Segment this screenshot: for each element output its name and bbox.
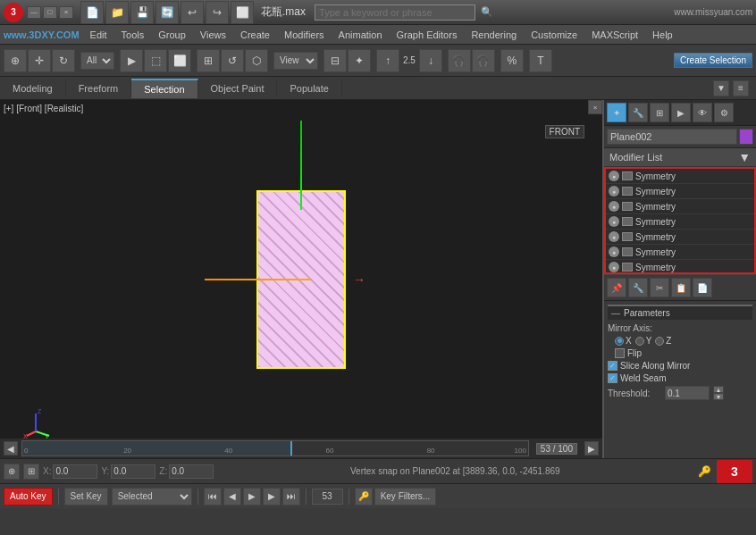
menu-help[interactable]: Help [645,28,680,42]
threshold-input[interactable] [665,386,710,400]
lasso-select[interactable]: ⬜ [168,49,191,72]
undo-btn[interactable]: ↩ [181,1,204,24]
tab-object-paint[interactable]: Object Paint [198,79,278,97]
copy-mod-btn[interactable]: 📋 [671,278,691,297]
menu-maxscript[interactable]: MAXScript [584,28,645,42]
object-color-swatch[interactable] [739,129,753,145]
prev-frame-btn[interactable]: ◀ [223,488,241,506]
mod-item-0[interactable]: ● Symmetry [606,169,754,184]
tab-modeling[interactable]: Modeling [0,79,66,97]
menu-create[interactable]: Create [233,28,277,42]
zoom-out[interactable]: ↓ [419,49,442,72]
menu-customize[interactable]: Customize [524,28,584,42]
mod-eye-0[interactable]: ● [609,171,619,181]
view-select[interactable]: View [273,52,318,70]
axis-z-radio[interactable]: Z [655,336,671,346]
wrench-btn[interactable]: 🔧 [628,278,648,297]
y-coord-input[interactable] [111,464,155,479]
move-tool[interactable]: ✛ [28,49,51,72]
zoom-in[interactable]: ↑ [376,49,399,72]
pin-btn[interactable]: 📌 [607,278,626,297]
mod-item-5[interactable]: ● Symmetry [606,245,754,260]
go-end-btn[interactable]: ⏭ [282,488,300,506]
search-icon[interactable]: 🔍 [481,6,493,18]
snap-btn[interactable]: ✦ [348,49,371,72]
modifier-dropdown-btn[interactable]: ▼ [738,150,751,164]
panel-create[interactable]: ✦ [607,103,626,122]
mod-eye-4[interactable]: ● [609,231,619,242]
open-btn[interactable]: 📁 [105,1,129,24]
frame-number-input[interactable] [312,489,343,505]
panel-modify[interactable]: 🔧 [628,103,648,122]
mod-item-6[interactable]: ● Symmetry [606,260,754,274]
menu-graph-editors[interactable]: Graph Editors [390,28,465,42]
tab-icon-1[interactable]: ▼ [713,80,729,96]
percent-btn[interactable]: % [500,49,524,72]
panel-utilities[interactable]: ⚙ [714,103,734,122]
object-name-input[interactable] [607,129,737,145]
timeline-track[interactable]: 0 20 40 60 80 100 [21,440,529,456]
params-collapse-btn[interactable]: — [611,308,620,318]
mod-item-1[interactable]: ● Symmetry [606,184,754,199]
mod-item-4[interactable]: ● Symmetry [606,230,754,245]
headphones-btn[interactable]: 🎧 [448,49,471,72]
menu-tools[interactable]: Tools [114,28,152,42]
axis-x-radio[interactable]: X [615,336,632,346]
threshold-spinner[interactable]: ▲ ▼ [713,386,724,400]
tb-icon6[interactable]: ⬜ [231,1,254,24]
select-region[interactable]: ⬚ [144,49,167,72]
auto-key-button[interactable]: Auto Key [4,488,53,506]
new-btn[interactable]: 📄 [80,1,104,24]
maximize-button[interactable]: □ [43,6,57,19]
menu-modifiers[interactable]: Modifiers [277,28,332,42]
close-button[interactable]: × [59,6,73,19]
tab-populate[interactable]: Populate [277,79,341,97]
panel-hierarchy[interactable]: ⊞ [650,103,669,122]
search-input[interactable] [315,4,475,21]
menu-views[interactable]: Views [193,28,233,42]
weld-checkbox[interactable]: ✓ Weld Seam [608,373,667,383]
select-btn[interactable]: ▶ [120,49,143,72]
headphones2-btn[interactable]: 🎧 [472,49,495,72]
text-btn[interactable]: T [529,49,552,72]
play-btn[interactable]: ▶ [243,488,261,506]
key-filters-button[interactable]: Key Filters... [374,488,437,506]
axis-y-radio[interactable]: Y [635,336,652,346]
tl-left[interactable]: ◀ [4,441,18,456]
mod-eye-3[interactable]: ● [609,216,619,227]
x-coord-input[interactable] [53,464,97,479]
scale-btn[interactable]: ⬡ [245,49,268,72]
filter-select[interactable]: All [80,52,114,70]
key-filter-1[interactable]: 🔑 [355,488,373,506]
mod-item-2[interactable]: ● Symmetry [606,199,754,214]
select-tool[interactable]: ⊕ [4,49,27,72]
rotate-tool[interactable]: ↻ [52,49,75,72]
key-select[interactable]: Selected [112,488,192,506]
grid-toggle[interactable]: ⊞ [23,464,39,480]
modifier-stack[interactable]: ● Symmetry ● Symmetry ● Symmetry ● Symme… [604,167,756,274]
viewport[interactable]: [+] [Front] [Realistic] FRONT × → X Y Z [0,100,604,458]
tb-icon3[interactable]: 🔄 [155,1,179,24]
menu-animation[interactable]: Animation [332,28,390,42]
next-frame-btn[interactable]: ▶ [263,488,281,506]
set-key-button[interactable]: Set Key [64,488,108,506]
snap-toggle[interactable]: ⊕ [4,464,20,480]
save-btn[interactable]: 💾 [130,1,154,24]
mod-eye-5[interactable]: ● [609,247,619,257]
mirror-btn[interactable]: ⊟ [323,49,347,72]
mod-eye-6[interactable]: ● [609,262,619,272]
tl-right[interactable]: ▶ [584,441,599,456]
z-coord-input[interactable] [169,464,214,479]
mod-eye-1[interactable]: ● [609,186,619,196]
viewport-close[interactable]: × [588,100,602,114]
tab-selection[interactable]: Selection [131,79,197,98]
panel-display[interactable]: 👁 [693,103,712,122]
mod-item-3[interactable]: ● Symmetry [606,214,754,230]
transform-btn[interactable]: ⊞ [197,49,220,72]
rotate-btn2[interactable]: ↺ [221,49,244,72]
tab-freeform[interactable]: Freeform [66,79,132,97]
create-selection-btn[interactable]: Create Selection [674,53,752,68]
menu-rendering[interactable]: Rendering [464,28,524,42]
panel-motion[interactable]: ▶ [671,103,691,122]
paste-mod-btn[interactable]: 📄 [693,278,712,297]
